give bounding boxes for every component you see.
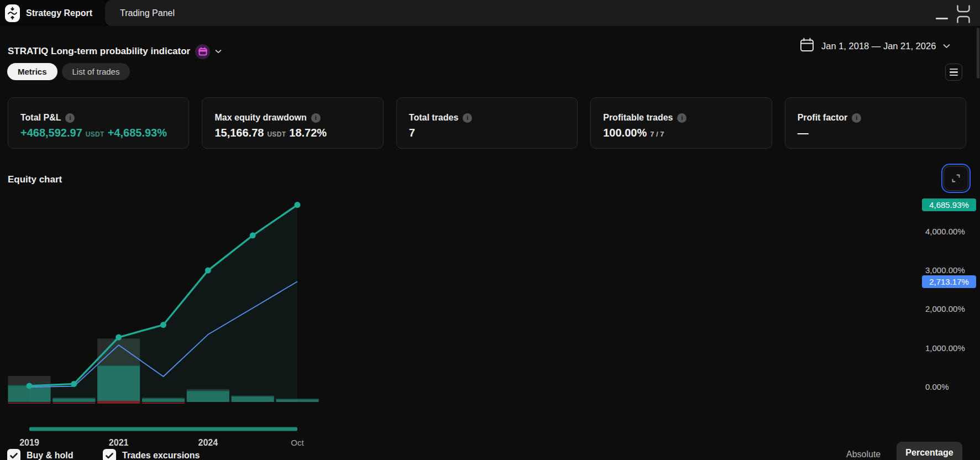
trades-excursions-toggle[interactable]: Trades excursions	[103, 449, 200, 460]
buy-hold-label: Buy & hold	[27, 451, 73, 460]
expand-chart-button[interactable]	[944, 166, 968, 191]
equity-point-marker[interactable]	[205, 268, 211, 274]
equity-point-marker[interactable]	[71, 381, 77, 387]
trade-drawdown-strip	[8, 402, 51, 404]
trade-bar-cap	[276, 399, 318, 400]
trade-bar-cap	[232, 396, 274, 397]
equity-area-fill	[29, 205, 297, 402]
tab-strategy-report-label: Strategy Report	[26, 8, 92, 18]
equity-point-marker[interactable]	[294, 202, 300, 208]
tab-strategy-report[interactable]: Strategy Report	[0, 0, 105, 26]
minimize-icon[interactable]	[936, 18, 948, 19]
trade-drawdown-strip	[97, 401, 140, 404]
chart-navigator-bar[interactable]	[29, 427, 297, 431]
percentage-mode-button[interactable]: Percentage	[897, 442, 962, 460]
trade-bar-cap	[97, 365, 140, 366]
buy-hold-checkbox[interactable]	[7, 449, 20, 460]
strategy-report-window: Strategy Report Trading Panel STRATIQ Lo…	[0, 0, 980, 460]
buy-hold-toggle[interactable]: Buy & hold	[7, 449, 73, 460]
strategy-app-icon	[5, 4, 20, 22]
trade-bar-cap	[187, 390, 229, 391]
equity-point-marker[interactable]	[250, 232, 256, 238]
trade-pnl-bar	[97, 365, 140, 402]
trades-excursions-checkbox[interactable]	[103, 449, 116, 460]
equity-point-marker[interactable]	[160, 322, 166, 328]
tab-trading-panel[interactable]: Trading Panel	[105, 0, 190, 26]
trades-excursions-label: Trades excursions	[122, 451, 200, 460]
trade-drawdown-strip	[53, 402, 95, 404]
scrollbar-thumb[interactable]	[977, 28, 979, 79]
equity-point-marker[interactable]	[116, 334, 122, 341]
absolute-mode-button[interactable]: Absolute	[846, 449, 881, 459]
equity-chart-canvas[interactable]	[0, 0, 980, 460]
trade-pnl-bar	[187, 390, 229, 402]
equity-point-marker[interactable]	[27, 383, 33, 389]
restore-window-icon[interactable]	[956, 5, 971, 25]
trade-pnl-bar	[232, 396, 274, 402]
trade-bar-cap	[53, 398, 95, 399]
trade-bar-cap	[142, 398, 185, 399]
trade-drawdown-strip	[142, 402, 185, 404]
tab-trading-panel-label: Trading Panel	[120, 8, 175, 18]
